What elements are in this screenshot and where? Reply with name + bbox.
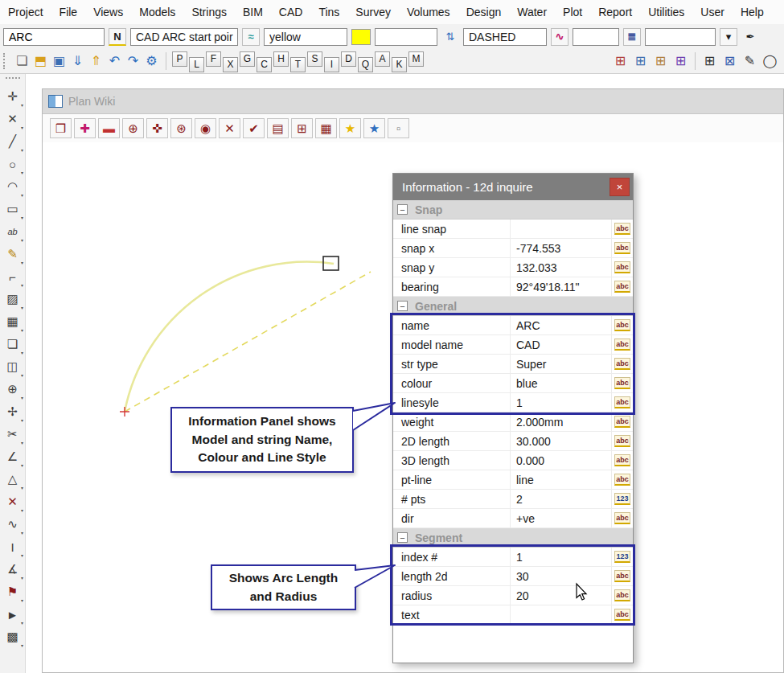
dimension-tool-button[interactable]: ◫▾ bbox=[2, 355, 23, 378]
menu-item-file[interactable]: File bbox=[51, 0, 86, 24]
zoom-in-icon[interactable]: ⊕ bbox=[122, 118, 144, 138]
polygon-tool-button[interactable]: △▾ bbox=[2, 468, 23, 490]
quick-key-g[interactable]: G bbox=[240, 51, 255, 67]
save-file-icon[interactable]: ▣ bbox=[50, 52, 68, 71]
abc-format-badge-icon[interactable]: abc bbox=[614, 609, 630, 621]
field-value[interactable]: 92°49'18.11" bbox=[511, 277, 612, 296]
angle-tool-button[interactable]: ∠▾ bbox=[2, 445, 23, 468]
menu-item-views[interactable]: Views bbox=[85, 0, 131, 24]
quick-key-t[interactable]: T bbox=[290, 57, 306, 72]
close-icon[interactable]: × bbox=[610, 178, 630, 196]
field-value[interactable]: 30 bbox=[511, 567, 612, 585]
table-tool-button[interactable]: ▦▾ bbox=[2, 310, 23, 333]
field-value[interactable]: 132.033 bbox=[511, 258, 612, 277]
quick-key-k[interactable]: K bbox=[392, 57, 407, 72]
abc-format-badge-icon[interactable]: abc bbox=[614, 570, 630, 582]
menu-item-water[interactable]: Water bbox=[509, 0, 555, 24]
abc-format-badge-icon[interactable]: abc bbox=[614, 454, 630, 466]
tile-windows-icon[interactable]: ❒ bbox=[50, 118, 72, 138]
section-header-segment[interactable]: −Segment bbox=[393, 528, 633, 548]
polyline-tool-button[interactable]: ⌐▾ bbox=[2, 265, 23, 288]
favorite-star-blue-icon[interactable]: ★ bbox=[363, 118, 385, 138]
field-value[interactable]: 20 bbox=[511, 586, 612, 605]
toolbar-grip[interactable] bbox=[6, 77, 20, 82]
field-value[interactable]: 0.000 bbox=[511, 451, 612, 470]
copy-view-icon[interactable]: ⊞ bbox=[291, 118, 313, 138]
circle-tool-button[interactable]: ○▾ bbox=[2, 153, 23, 175]
table-view-icon[interactable]: ▦ bbox=[315, 118, 337, 138]
field-value[interactable]: +ve bbox=[511, 509, 612, 527]
colour-combo[interactable]: yellow bbox=[264, 28, 347, 46]
menu-item-volumes[interactable]: Volumes bbox=[399, 0, 458, 24]
field-value[interactable]: 2 bbox=[511, 490, 612, 508]
field-value[interactable] bbox=[511, 605, 612, 624]
add-view-icon[interactable]: ✚ bbox=[74, 118, 96, 138]
menu-item-tins[interactable]: Tins bbox=[310, 0, 347, 24]
sort-icon[interactable]: ⇅ bbox=[441, 28, 459, 46]
menu-item-user[interactable]: User bbox=[692, 0, 733, 24]
spline-tool-button[interactable]: ∿▾ bbox=[2, 513, 23, 536]
abc-format-badge-icon[interactable]: abc bbox=[614, 339, 630, 351]
export-icon[interactable]: ⇑ bbox=[87, 52, 105, 71]
move-tool-button[interactable]: ✢▾ bbox=[2, 400, 23, 423]
open-file-icon[interactable]: ⬒ bbox=[31, 52, 50, 71]
weight-combo[interactable] bbox=[573, 28, 619, 46]
weight-picker-icon[interactable]: ≣ bbox=[623, 28, 641, 46]
perspective-view-preset-icon[interactable]: ⊞ bbox=[651, 52, 670, 71]
field-value[interactable]: blue bbox=[511, 374, 612, 392]
menu-item-design[interactable]: Design bbox=[458, 0, 510, 24]
quick-key-i[interactable]: I bbox=[324, 57, 339, 72]
arc-tool-button[interactable]: ◠▾ bbox=[2, 175, 23, 198]
field-value[interactable]: CAD bbox=[511, 335, 612, 354]
toolbar-grip[interactable] bbox=[3, 53, 9, 69]
collapse-icon[interactable]: − bbox=[397, 532, 408, 543]
plan-window-titlebar[interactable]: Plan Wiki bbox=[43, 89, 783, 114]
quick-key-h[interactable]: H bbox=[273, 51, 289, 67]
abc-format-badge-icon[interactable]: abc bbox=[614, 223, 630, 235]
menu-item-bim[interactable]: BIM bbox=[235, 0, 271, 24]
field-value[interactable]: ARC bbox=[511, 316, 612, 334]
field-value[interactable]: 1 bbox=[511, 393, 612, 412]
123-format-badge-icon[interactable]: 123 bbox=[614, 493, 630, 505]
cut-tool-button[interactable]: ✕▾ bbox=[2, 108, 23, 130]
field-value[interactable]: 1 bbox=[511, 548, 612, 566]
delete-view-icon[interactable]: ⊠ bbox=[720, 52, 739, 71]
collapse-icon[interactable]: − bbox=[397, 204, 408, 215]
menu-item-survey[interactable]: Survey bbox=[347, 0, 399, 24]
abc-format-badge-icon[interactable]: abc bbox=[614, 589, 630, 601]
favorite-star-yellow-icon[interactable]: ★ bbox=[339, 118, 361, 138]
height-combo[interactable] bbox=[375, 28, 437, 46]
field-value[interactable]: Super bbox=[511, 355, 612, 373]
abc-format-badge-icon[interactable]: abc bbox=[614, 416, 630, 428]
collapse-icon[interactable]: − bbox=[397, 301, 408, 311]
print-icon[interactable]: ▤ bbox=[267, 118, 289, 138]
field-value[interactable]: -774.553 bbox=[511, 239, 612, 257]
import-icon[interactable]: ⇓ bbox=[68, 52, 87, 71]
delete-tool-button[interactable]: ✕▾ bbox=[2, 490, 23, 513]
flag-tool-button[interactable]: ⚑▾ bbox=[2, 581, 23, 603]
tinable-combo[interactable] bbox=[645, 28, 716, 46]
grid-tool-button[interactable]: ▩▾ bbox=[2, 626, 23, 648]
zoom-window-icon[interactable]: ◉ bbox=[195, 118, 216, 138]
measure-tool-button[interactable]: ∡▾ bbox=[2, 558, 23, 581]
section-header-general[interactable]: −General bbox=[393, 297, 633, 316]
quick-key-c[interactable]: C bbox=[257, 57, 272, 72]
plan-view-preset-icon[interactable]: ⊞ bbox=[611, 52, 630, 71]
information-panel[interactable]: Information - 12d inquire × −Snapline sn… bbox=[392, 173, 634, 663]
menu-item-plot[interactable]: Plot bbox=[555, 0, 590, 24]
menu-item-cad[interactable]: CAD bbox=[271, 0, 311, 24]
new-file-icon[interactable]: ❏ bbox=[13, 52, 31, 71]
pointer-tool-button[interactable]: ►▾ bbox=[2, 603, 23, 626]
menu-item-project[interactable]: Project bbox=[0, 0, 51, 24]
quick-key-d[interactable]: D bbox=[341, 51, 356, 67]
menu-item-utilities[interactable]: Utilities bbox=[640, 0, 692, 24]
copy-window-tool-button[interactable]: ❏▾ bbox=[2, 333, 23, 355]
field-value[interactable]: 30.000 bbox=[511, 432, 612, 450]
multi-view-preset-icon[interactable]: ⊞ bbox=[671, 52, 690, 71]
quick-key-m[interactable]: M bbox=[408, 51, 424, 67]
refresh-check-icon[interactable]: ✔ bbox=[243, 118, 265, 138]
information-panel-titlebar[interactable]: Information - 12d inquire × bbox=[393, 174, 633, 200]
cad-function-combo[interactable]: CAD ARC start poir bbox=[130, 28, 238, 46]
field-value[interactable]: line bbox=[511, 470, 612, 489]
ibeam-tool-button[interactable]: I▾ bbox=[2, 536, 23, 558]
